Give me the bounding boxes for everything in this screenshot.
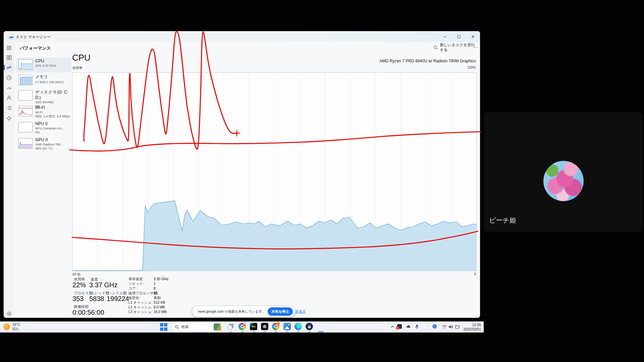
stat-value: 22% — [72, 281, 86, 289]
stat-label: 基本速度: — [128, 277, 144, 282]
settings-gear-icon[interactable] — [6, 311, 12, 317]
sidebar-item-name: GPU 0 — [35, 137, 63, 142]
keepass-button[interactable] — [306, 323, 314, 331]
cpu-usage-chart — [72, 72, 477, 271]
meet-share-bar[interactable]: meet.google.com が画面を共有しています。 共有を停止 非表示 — [192, 306, 295, 317]
sidebar-item-npu[interactable]: NPU 0NPU Compute Acc...0% — [16, 120, 71, 135]
stat-value: 512 KB — [154, 300, 165, 304]
start-button[interactable] — [160, 323, 168, 331]
close-icon: ✕ — [471, 35, 475, 39]
processes-icon[interactable] — [6, 55, 12, 61]
hide-link[interactable]: 非表示 — [295, 309, 306, 314]
screen: タスク マネージャー ✕ パフォーマンス 新しいタスクを実行する … — [0, 0, 644, 362]
stat-label: L1 キャッシュ: — [128, 300, 152, 305]
x-icon[interactable] — [422, 324, 428, 329]
task-view-button[interactable] — [227, 323, 235, 331]
share-message: meet.google.com が画面を共有しています。 — [198, 309, 265, 314]
sidebar-item-disk[interactable]: ディスク 0 (G: C: D:)SSD (NVMe)0% — [16, 88, 71, 103]
performance-icon[interactable] — [6, 65, 12, 71]
title-bar[interactable]: タスク マネージャー ✕ — [4, 31, 480, 42]
maximize-icon — [458, 35, 461, 38]
edge-button[interactable] — [294, 323, 303, 331]
sidebar-item-detail: NPU Compute Acc... — [35, 126, 64, 130]
services-icon[interactable] — [6, 115, 12, 121]
stat-value: 8 — [154, 286, 156, 290]
window-title: タスク マネージャー — [16, 35, 51, 40]
weather-temp: 16°C — [12, 322, 20, 327]
orange-badge-icon — [276, 322, 280, 325]
search-placeholder: 検索 — [181, 324, 212, 329]
photos-button[interactable] — [283, 323, 291, 331]
weather-widget[interactable]: 16°C晴れ — [3, 322, 20, 331]
blue-orb-icon[interactable] — [432, 324, 438, 329]
speaker-icon[interactable] — [448, 324, 453, 329]
graph-max-label: 100% — [467, 66, 476, 69]
stop-sharing-button[interactable]: 共有を停止 — [268, 307, 293, 316]
sidebar-item-wifi[interactable]: Wi-FiWi-Fi送信: 1.0 受信: 0.2 Mbps — [16, 104, 71, 119]
app-history-icon[interactable] — [6, 75, 12, 81]
cloud-badge-icon — [243, 322, 247, 325]
stat-value: 0:00:56:00 — [72, 309, 104, 316]
stat-value: 3.30 GHz — [154, 277, 168, 281]
task-manager-window: タスク マネージャー ✕ パフォーマンス 新しいタスクを実行する … — [3, 31, 480, 318]
details-icon[interactable] — [6, 105, 12, 111]
search-highlight-image[interactable] — [214, 323, 221, 330]
sun-icon — [3, 323, 10, 330]
maximize-button[interactable] — [452, 31, 466, 42]
npu-mini-graph — [18, 122, 33, 132]
graph-0-label: 0 — [474, 272, 476, 276]
microphone-icon[interactable] — [414, 324, 420, 329]
cloud-icon[interactable] — [406, 324, 411, 329]
graph-usage-label: 使用率 — [72, 66, 83, 70]
sidebar-item-name: メモリ — [35, 74, 63, 80]
weather-condition: 晴れ — [12, 327, 20, 331]
sidebar-item-detail2: 0% — [35, 130, 64, 134]
new-task-icon — [434, 45, 438, 50]
taskbar-clock[interactable]: 12:35 2025/03/01 — [463, 323, 481, 331]
more-options-button[interactable]: … — [472, 43, 480, 52]
tab-performance[interactable]: パフォーマンス — [20, 45, 51, 51]
sidebar-item-detail2: 30% (61 °C) — [35, 146, 63, 150]
notification-app-icon[interactable]: 1 — [397, 324, 402, 329]
ime-language-icon[interactable] — [455, 324, 460, 329]
chevron-up-icon[interactable] — [390, 324, 395, 329]
minimize-icon — [443, 37, 446, 37]
stat-value: 8.0 MB — [154, 305, 165, 309]
pycharm-button[interactable]: PC — [250, 323, 258, 331]
stat-value: 199224 — [107, 295, 129, 303]
nav-accent-bar — [4, 65, 5, 70]
users-icon[interactable] — [6, 95, 12, 101]
start-icon — [160, 323, 163, 326]
close-button[interactable]: ✕ — [466, 31, 480, 42]
startup-apps-icon[interactable] — [6, 85, 12, 91]
sidebar-item-detail: SSD (NVMe) — [35, 100, 71, 104]
taskbar: 16°C晴れ 検索 PC — [0, 321, 484, 333]
wifi-mini-graph — [18, 106, 33, 116]
stat-value: 5838 — [89, 295, 104, 303]
minimize-button[interactable] — [438, 31, 452, 42]
chrome-profile2-button[interactable] — [272, 323, 280, 331]
sidebar-item-cpu[interactable]: CPU22% 3.37 GHz — [16, 58, 71, 72]
wifi-icon[interactable] — [442, 324, 447, 329]
dark-app-button[interactable] — [261, 323, 269, 331]
pycharm-icon: PC — [250, 323, 257, 330]
sidebar-item-memory[interactable]: メモリ17.9/30.7 GB (58%) — [16, 73, 71, 88]
sidebar-item-detail2: 送信: 1.0 受信: 0.2 Mbps — [35, 114, 70, 119]
search-input[interactable]: 検索 — [171, 322, 223, 331]
search-icon — [175, 325, 179, 329]
sidebar-item-gpu[interactable]: GPU 0AMD Radeon 780...30% (61 °C) — [16, 136, 71, 151]
stat-label: コア: — [128, 286, 137, 291]
stat-value: 353 — [72, 295, 84, 303]
memory-mini-graph — [18, 75, 33, 85]
stat-value: 16.0 MB — [154, 310, 167, 314]
chrome-button[interactable] — [238, 323, 247, 331]
gpu-mini-graph — [18, 138, 33, 148]
stat-label: L3 キャッシュ: — [128, 310, 152, 314]
cpu-model-label: AMD Ryzen 7 PRO 8840U w/ Radeon 780M Gra… — [380, 59, 476, 63]
participant-name: ピーチ姫 — [489, 216, 516, 225]
menu-icon[interactable] — [6, 45, 12, 51]
padlock-icon — [306, 323, 313, 330]
stat-value: 3.37 GHz — [89, 281, 117, 289]
sidebar-item-name: NPU 0 — [35, 121, 64, 126]
participant-avatar — [543, 161, 584, 201]
